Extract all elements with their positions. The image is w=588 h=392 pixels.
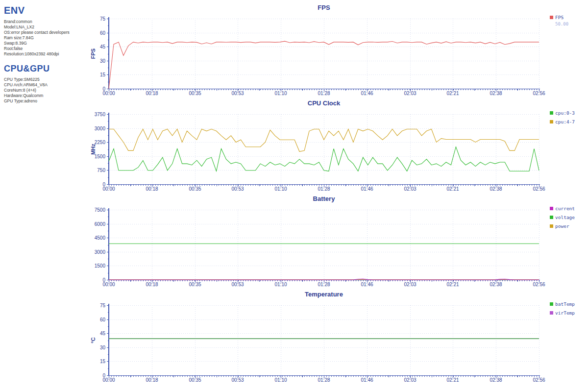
- chart-legend: cpu:0-3cpu:4-7: [550, 110, 575, 124]
- x-tick-label: 01:46: [361, 186, 373, 192]
- x-tick-label: 01:10: [274, 186, 287, 192]
- legend-label: current: [555, 206, 575, 211]
- x-tick-label: 02:21: [446, 377, 459, 383]
- cpugpu-line: GPU Type:adreno: [4, 98, 78, 104]
- x-axis: 00:0000:1800:3500:5301:1001:2801:4602:03…: [102, 280, 545, 288]
- y-tick-label: 3750: [95, 112, 106, 117]
- legend-label: virTemp: [555, 310, 575, 316]
- x-tick-label: 01:10: [274, 91, 287, 96]
- legend-swatch-icon: [550, 16, 553, 19]
- x-tick-label: 00:00: [102, 377, 115, 383]
- y-tick-label: 4500: [95, 235, 106, 241]
- x-tick-label: 00:53: [231, 186, 244, 192]
- legend-swatch-icon: [550, 224, 553, 228]
- x-tick-label: 00:35: [189, 282, 201, 287]
- cpu-clock-chart-canvas: CPU Clock 0750150022503000375000:0000:18…: [78, 97, 588, 192]
- x-tick-label: 01:28: [318, 377, 330, 383]
- y-tick-label: 45: [100, 331, 106, 336]
- legend-swatch-icon: [550, 111, 553, 115]
- legend-item-virTemp[interactable]: virTemp: [550, 310, 575, 316]
- x-axis: 00:0000:1800:3500:5301:1001:2801:4602:03…: [102, 376, 545, 383]
- legend-label: batTemp: [555, 301, 575, 307]
- y-tick-label: 30: [100, 58, 106, 64]
- x-tick-label: 02:21: [446, 91, 459, 96]
- x-tick-label: 02:38: [490, 377, 502, 383]
- x-tick-label: 00:18: [146, 91, 158, 96]
- y-axis: 01530456075: [100, 16, 109, 92]
- env-sidebar: ENV Brand:commonModel:LNA_LX2OS:error pl…: [0, 0, 78, 392]
- legend-item-voltage[interactable]: voltage: [550, 215, 575, 220]
- legend-item-power[interactable]: power: [550, 223, 569, 229]
- legend-item-current[interactable]: current: [550, 206, 575, 211]
- x-tick-label: 00:35: [189, 91, 201, 96]
- y-tick-label: 45: [100, 44, 106, 49]
- gridlines: [109, 305, 539, 375]
- x-tick-label: 00:18: [146, 186, 158, 192]
- y-tick-label: 1500: [95, 154, 106, 159]
- y-tick-label: 75: [100, 303, 106, 308]
- cpugpu-title: CPU&GPU: [4, 64, 78, 74]
- x-tick-label: 02:38: [490, 186, 502, 192]
- x-tick-label: 00:00: [102, 282, 115, 287]
- legend-label: power: [555, 223, 569, 229]
- x-tick-label: 02:03: [404, 377, 416, 383]
- gridlines: [109, 19, 539, 89]
- battery-chart-canvas: Battery 01500300045006000750000:0000:180…: [78, 192, 588, 288]
- x-tick-label: 00:53: [231, 282, 244, 287]
- x-tick-label: 01:28: [318, 91, 330, 96]
- x-tick-label: 01:10: [274, 282, 287, 287]
- legend-label: cpu:0-3: [555, 110, 575, 116]
- legend-label: cpu:4-7: [555, 119, 575, 124]
- legend-item-cpu:4-7[interactable]: cpu:4-7: [550, 119, 575, 124]
- y-axis: 01530456075: [100, 303, 109, 378]
- env-lines: Brand:commonModel:LNA_LX2OS:error please…: [4, 19, 78, 57]
- x-tick-label: 02:21: [446, 282, 459, 287]
- x-tick-label: 01:28: [318, 282, 330, 287]
- y-tick-label: 2250: [95, 140, 106, 145]
- line-cpu:4-7: [109, 129, 539, 152]
- y-axis-label: MHz: [90, 144, 96, 155]
- y-tick-label: 15: [100, 72, 106, 77]
- chart-legend: batTempvirTemp: [550, 301, 575, 316]
- chart-legend: currentvoltagepower: [550, 206, 575, 229]
- charts-column: FPS 0153045607500:0000:1800:3500:5301:10…: [78, 0, 588, 392]
- x-tick-label: 00:53: [231, 91, 244, 96]
- x-tick-label: 02:03: [404, 91, 416, 96]
- x-axis: 00:0000:1800:3500:5301:1001:2801:4602:03…: [102, 89, 545, 97]
- legend-label: voltage: [555, 215, 575, 220]
- env-line: Root:false: [4, 46, 78, 51]
- cpugpu-line: CPU Type:SM6225: [4, 77, 78, 82]
- x-tick-label: 02:03: [404, 282, 416, 287]
- y-tick-label: 60: [100, 30, 106, 36]
- env-line: Brand:common: [4, 19, 78, 24]
- legend-value: 50.00: [555, 22, 568, 26]
- cpugpu-lines: CPU Type:SM6225CPU Arch:ARM64_V8ACoreNum…: [4, 77, 78, 104]
- fps-chart-title: FPS: [318, 4, 330, 11]
- x-tick-label: 00:00: [102, 91, 115, 96]
- x-tick-label: 02:38: [490, 282, 502, 287]
- y-axis-label: °C: [90, 337, 96, 343]
- legend-item-FPS[interactable]: FPS50.00: [550, 15, 568, 26]
- legend-item-cpu:0-3[interactable]: cpu:0-3: [550, 110, 575, 116]
- env-line: OS:error please contact developers: [4, 30, 78, 35]
- x-tick-label: 00:35: [189, 186, 201, 192]
- x-tick-label: 02:56: [533, 282, 545, 287]
- report-page: ENV Brand:commonModel:LNA_LX2OS:error pl…: [0, 0, 588, 392]
- y-tick-label: 6000: [95, 221, 106, 227]
- legend-swatch-icon: [550, 311, 553, 315]
- gridlines: [109, 210, 539, 280]
- x-tick-label: 01:46: [361, 377, 373, 383]
- legend-label: FPS: [555, 15, 564, 20]
- y-axis: 07501500225030003750: [95, 112, 109, 187]
- x-tick-label: 00:00: [102, 186, 115, 192]
- y-tick-label: 75: [100, 16, 106, 22]
- env-title: ENV: [4, 5, 78, 16]
- x-tick-label: 01:46: [361, 282, 373, 287]
- cpugpu-line: Hardware:Qualcomm: [4, 93, 78, 98]
- y-tick-label: 15: [100, 359, 106, 364]
- legend-item-batTemp[interactable]: batTemp: [550, 301, 575, 307]
- gridlines: [109, 114, 539, 184]
- x-tick-label: 02:21: [446, 186, 459, 192]
- x-tick-label: 00:53: [231, 377, 244, 383]
- x-tick-label: 02:56: [533, 186, 545, 192]
